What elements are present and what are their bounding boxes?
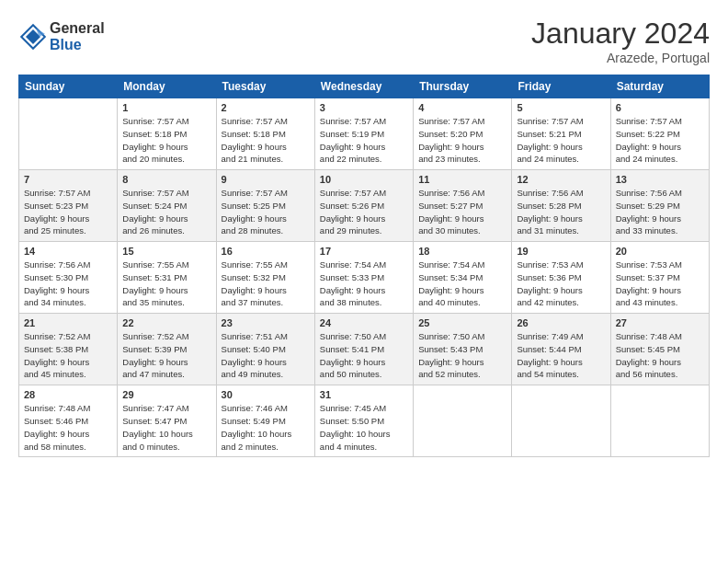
- cell-2-4: 10Sunrise: 7:57 AMSunset: 5:26 PMDayligh…: [314, 170, 413, 242]
- header-cell-sunday: Sunday: [19, 75, 118, 98]
- day-number: 28: [24, 389, 112, 400]
- cell-content: Sunrise: 7:54 AMSunset: 5:33 PMDaylight:…: [320, 259, 408, 309]
- day-number: 18: [418, 246, 506, 257]
- cell-5-6: [512, 385, 610, 457]
- day-number: 10: [320, 174, 408, 185]
- cell-4-1: 21Sunrise: 7:52 AMSunset: 5:38 PMDayligh…: [19, 314, 118, 385]
- day-number: 11: [418, 174, 506, 185]
- cell-content: Sunrise: 7:57 AMSunset: 5:19 PMDaylight:…: [320, 115, 408, 166]
- cell-1-5: 4Sunrise: 7:57 AMSunset: 5:20 PMDaylight…: [414, 98, 512, 170]
- cell-4-7: 27Sunrise: 7:48 AMSunset: 5:45 PMDayligh…: [610, 314, 709, 385]
- day-number: 23: [222, 317, 310, 328]
- day-number: 16: [222, 246, 310, 257]
- day-number: 26: [517, 317, 605, 328]
- day-number: 4: [418, 102, 506, 113]
- cell-4-2: 22Sunrise: 7:52 AMSunset: 5:39 PMDayligh…: [118, 314, 216, 385]
- day-number: 6: [616, 102, 704, 113]
- logo-blue: Blue: [50, 37, 105, 53]
- cell-content: Sunrise: 7:45 AMSunset: 5:50 PMDaylight:…: [320, 402, 408, 453]
- header-cell-monday: Monday: [118, 75, 216, 98]
- cell-content: Sunrise: 7:57 AMSunset: 5:18 PMDaylight:…: [222, 115, 310, 166]
- page: General Blue January 2024 Arazede, Portu…: [0, 0, 728, 468]
- day-number: 25: [418, 317, 506, 328]
- cell-content: Sunrise: 7:52 AMSunset: 5:39 PMDaylight:…: [122, 330, 210, 381]
- cell-3-1: 14Sunrise: 7:56 AMSunset: 5:30 PMDayligh…: [19, 242, 118, 314]
- cell-3-6: 19Sunrise: 7:53 AMSunset: 5:36 PMDayligh…: [512, 242, 610, 314]
- cell-content: Sunrise: 7:57 AMSunset: 5:24 PMDaylight:…: [122, 187, 210, 237]
- day-number: 2: [222, 102, 310, 113]
- week-row-2: 7Sunrise: 7:57 AMSunset: 5:23 PMDaylight…: [19, 170, 710, 242]
- header: General Blue January 2024 Arazede, Portu…: [18, 17, 710, 65]
- cell-1-1: [19, 98, 118, 170]
- cell-content: Sunrise: 7:48 AMSunset: 5:46 PMDaylight:…: [24, 402, 112, 453]
- cell-4-3: 23Sunrise: 7:51 AMSunset: 5:40 PMDayligh…: [216, 314, 314, 385]
- cell-2-5: 11Sunrise: 7:56 AMSunset: 5:27 PMDayligh…: [414, 170, 512, 242]
- cell-5-3: 30Sunrise: 7:46 AMSunset: 5:49 PMDayligh…: [216, 385, 314, 457]
- day-number: 1: [122, 102, 210, 113]
- cell-4-5: 25Sunrise: 7:50 AMSunset: 5:43 PMDayligh…: [414, 314, 512, 385]
- cell-content: Sunrise: 7:57 AMSunset: 5:18 PMDaylight:…: [122, 115, 210, 166]
- logo-text: General Blue: [50, 20, 105, 52]
- day-number: 3: [320, 102, 408, 113]
- cell-3-5: 18Sunrise: 7:54 AMSunset: 5:34 PMDayligh…: [414, 242, 512, 314]
- cell-content: Sunrise: 7:55 AMSunset: 5:31 PMDaylight:…: [122, 259, 210, 309]
- cell-content: Sunrise: 7:57 AMSunset: 5:23 PMDaylight:…: [24, 187, 112, 237]
- cell-content: Sunrise: 7:57 AMSunset: 5:22 PMDaylight:…: [616, 115, 704, 166]
- cell-5-7: [610, 385, 709, 457]
- cell-content: Sunrise: 7:56 AMSunset: 5:30 PMDaylight:…: [24, 259, 112, 309]
- calendar-table: SundayMondayTuesdayWednesdayThursdayFrid…: [18, 75, 710, 457]
- day-number: 22: [122, 317, 210, 328]
- cell-1-7: 6Sunrise: 7:57 AMSunset: 5:22 PMDaylight…: [610, 98, 709, 170]
- cell-content: Sunrise: 7:51 AMSunset: 5:40 PMDaylight:…: [222, 330, 310, 381]
- day-number: 24: [320, 317, 408, 328]
- cell-1-4: 3Sunrise: 7:57 AMSunset: 5:19 PMDaylight…: [314, 98, 413, 170]
- cell-content: Sunrise: 7:53 AMSunset: 5:37 PMDaylight:…: [616, 259, 704, 309]
- header-row: SundayMondayTuesdayWednesdayThursdayFrid…: [19, 75, 710, 98]
- cell-5-4: 31Sunrise: 7:45 AMSunset: 5:50 PMDayligh…: [314, 385, 413, 457]
- header-cell-friday: Friday: [512, 75, 610, 98]
- day-number: 29: [122, 389, 210, 400]
- cell-content: Sunrise: 7:47 AMSunset: 5:47 PMDaylight:…: [122, 402, 210, 453]
- cell-content: Sunrise: 7:57 AMSunset: 5:20 PMDaylight:…: [418, 115, 506, 166]
- logo-icon: [18, 22, 48, 52]
- cell-2-3: 9Sunrise: 7:57 AMSunset: 5:25 PMDaylight…: [216, 170, 314, 242]
- cell-5-2: 29Sunrise: 7:47 AMSunset: 5:47 PMDayligh…: [118, 385, 216, 457]
- cell-content: Sunrise: 7:48 AMSunset: 5:45 PMDaylight:…: [616, 330, 704, 381]
- cell-content: Sunrise: 7:53 AMSunset: 5:36 PMDaylight:…: [517, 259, 605, 309]
- cell-content: Sunrise: 7:46 AMSunset: 5:49 PMDaylight:…: [222, 402, 310, 453]
- day-number: 12: [517, 174, 605, 185]
- day-number: 19: [517, 246, 605, 257]
- day-number: 9: [222, 174, 310, 185]
- cell-content: Sunrise: 7:50 AMSunset: 5:43 PMDaylight:…: [418, 330, 506, 381]
- day-number: 5: [517, 102, 605, 113]
- cell-1-3: 2Sunrise: 7:57 AMSunset: 5:18 PMDaylight…: [216, 98, 314, 170]
- day-number: 17: [320, 246, 408, 257]
- cell-content: Sunrise: 7:49 AMSunset: 5:44 PMDaylight:…: [517, 330, 605, 381]
- day-number: 21: [24, 317, 112, 328]
- day-number: 7: [24, 174, 112, 185]
- cell-content: Sunrise: 7:56 AMSunset: 5:28 PMDaylight:…: [517, 187, 605, 237]
- cell-content: Sunrise: 7:52 AMSunset: 5:38 PMDaylight:…: [24, 330, 112, 381]
- day-number: 15: [122, 246, 210, 257]
- day-number: 27: [616, 317, 704, 328]
- logo: General Blue: [18, 20, 105, 52]
- header-cell-wednesday: Wednesday: [314, 75, 413, 98]
- week-row-1: 1Sunrise: 7:57 AMSunset: 5:18 PMDaylight…: [19, 98, 710, 170]
- day-number: 30: [222, 389, 310, 400]
- cell-5-1: 28Sunrise: 7:48 AMSunset: 5:46 PMDayligh…: [19, 385, 118, 457]
- logo-general: General: [50, 20, 105, 37]
- cell-content: Sunrise: 7:56 AMSunset: 5:29 PMDaylight:…: [616, 187, 704, 237]
- location: Arazede, Portugal: [531, 51, 710, 65]
- day-number: 8: [122, 174, 210, 185]
- cell-content: Sunrise: 7:57 AMSunset: 5:25 PMDaylight:…: [222, 187, 310, 237]
- week-row-5: 28Sunrise: 7:48 AMSunset: 5:46 PMDayligh…: [19, 385, 710, 457]
- cell-4-6: 26Sunrise: 7:49 AMSunset: 5:44 PMDayligh…: [512, 314, 610, 385]
- cell-1-2: 1Sunrise: 7:57 AMSunset: 5:18 PMDaylight…: [118, 98, 216, 170]
- cell-3-3: 16Sunrise: 7:55 AMSunset: 5:32 PMDayligh…: [216, 242, 314, 314]
- day-number: 13: [616, 174, 704, 185]
- cell-content: Sunrise: 7:57 AMSunset: 5:26 PMDaylight:…: [320, 187, 408, 237]
- cell-2-7: 13Sunrise: 7:56 AMSunset: 5:29 PMDayligh…: [610, 170, 709, 242]
- month-title: January 2024: [531, 17, 710, 51]
- cell-4-4: 24Sunrise: 7:50 AMSunset: 5:41 PMDayligh…: [314, 314, 413, 385]
- day-number: 14: [24, 246, 112, 257]
